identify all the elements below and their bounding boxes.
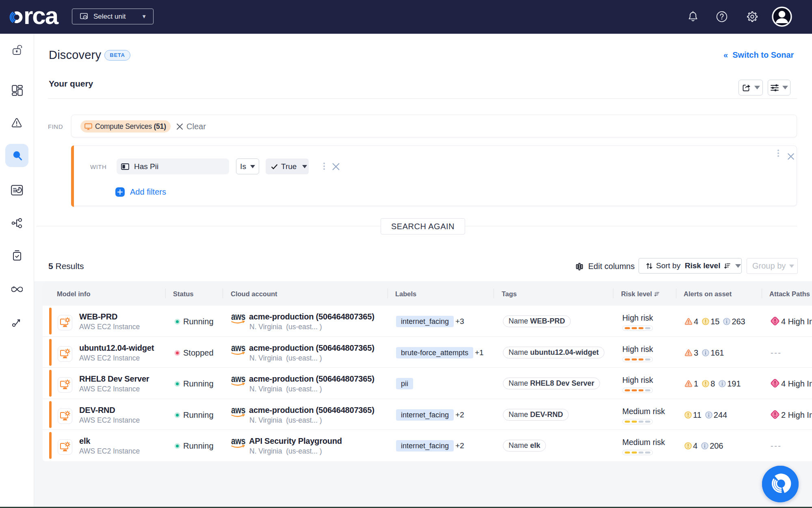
svg-text:rca: rca: [24, 5, 59, 29]
